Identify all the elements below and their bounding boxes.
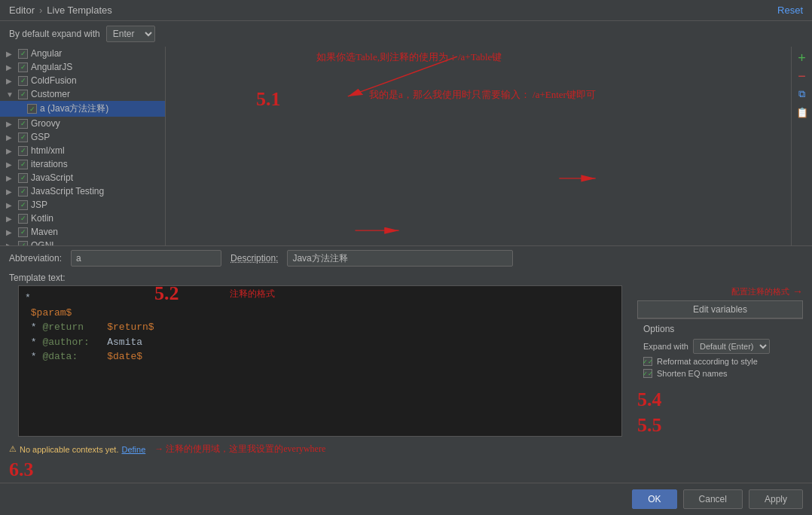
checkbox-javascript[interactable]: [18, 173, 28, 183]
label-customer: Customer: [31, 89, 70, 99]
annot-55-container: 5.5: [637, 414, 803, 437]
breadcrumb-current: Live Templates: [47, 5, 111, 16]
config-label: 配置注释的格式: [731, 286, 789, 297]
description-label: Description:: [230, 253, 278, 264]
template-text-label: Template text:: [0, 270, 812, 285]
arrow-maven: [6, 228, 15, 236]
label-kotlin: Kotlin: [31, 213, 53, 224]
tree-item-groovy[interactable]: Groovy: [0, 117, 165, 130]
no-context-row: ⚠ No applicable contexts yet. Define → 注…: [0, 440, 812, 459]
checkbox-gsp[interactable]: [18, 133, 28, 142]
checkbox-html-xml[interactable]: [18, 146, 28, 156]
label-customer-a: a (Java方法注释): [40, 102, 108, 115]
checkbox-maven[interactable]: [18, 227, 28, 237]
checkbox-customer[interactable]: [18, 90, 28, 99]
reformat-row: ✓ Reformat according to style: [643, 357, 797, 366]
param-var: $param$: [31, 307, 72, 318]
arrow-angular: [6, 50, 15, 58]
annotation-table-hint: 如果你选Table,则注释的使用为：/a+Table键: [316, 50, 502, 64]
arrow-coldfusion: [6, 77, 15, 85]
arrow-ognl: [6, 242, 15, 246]
annotation-define-arrow: → 注释的使用域，这里我设置的everywhere: [154, 443, 325, 456]
remove-button[interactable]: −: [794, 68, 810, 84]
checkbox-coldfusion[interactable]: [18, 76, 28, 86]
abbreviation-input[interactable]: [71, 250, 221, 267]
label-iterations: iterations: [31, 159, 68, 169]
options-title: Options: [643, 324, 797, 334]
tree-item-customer[interactable]: Customer: [0, 87, 165, 101]
breadcrumb: Editor › Live Templates: [9, 5, 112, 16]
paste-button[interactable]: 📋: [794, 104, 810, 120]
tree-item-javascript-testing[interactable]: JavaScript Testing: [0, 184, 165, 198]
expand-select[interactable]: Enter Tab Space: [106, 26, 155, 42]
expand-with-select[interactable]: Default (Enter) Tab Space: [693, 339, 770, 354]
tree-item-customer-a[interactable]: a (Java方法注释): [0, 101, 165, 117]
no-context-text: No applicable contexts yet.: [20, 445, 118, 454]
reformat-label: Reformat according to style: [657, 357, 758, 366]
label-ognl: OGNL: [31, 240, 56, 245]
breadcrumb-separator: ›: [39, 5, 42, 16]
define-link[interactable]: Define: [121, 445, 145, 454]
checkbox-ognl[interactable]: [18, 241, 28, 246]
template-editor[interactable]: * $param$ * @return $return$ * @author: …: [18, 285, 622, 437]
dialog: Editor › Live Templates Reset By default…: [0, 0, 812, 515]
add-button[interactable]: +: [794, 50, 810, 66]
label-html-xml: html/xml: [31, 145, 65, 156]
svg-line-1: [348, 56, 457, 96]
checkbox-javascript-testing[interactable]: [18, 187, 28, 197]
annot-54-container: 5.4: [637, 389, 803, 411]
copy-button[interactable]: ⧉: [794, 86, 810, 102]
template-line-4: * @author: Asmita: [25, 335, 615, 350]
expand-with-row: Expand with Default (Enter) Tab Space: [643, 339, 797, 354]
description-input[interactable]: [287, 250, 513, 267]
tree-item-jsp[interactable]: JSP: [0, 198, 165, 212]
author-at: @author:: [42, 337, 89, 348]
template-line-5: * @data: $date$: [25, 349, 615, 364]
label-maven: Maven: [31, 227, 58, 237]
reset-link[interactable]: Reset: [777, 5, 803, 16]
checkbox-jsp[interactable]: [18, 200, 28, 210]
tree-item-kotlin[interactable]: Kotlin: [0, 212, 165, 225]
label-javascript-testing: JavaScript Testing: [31, 186, 104, 197]
template-area: * $param$ * @return $return$ * @author: …: [9, 285, 803, 437]
shorten-eq-checkbox[interactable]: ✓: [643, 369, 652, 378]
checkbox-iterations[interactable]: [18, 160, 28, 169]
arrow-jsp: [6, 201, 15, 209]
annotation-enter-hint: 我的是a，那么我使用时只需要输入： /a+Enter键即可: [369, 88, 596, 102]
tree-item-angular[interactable]: Angular: [0, 47, 165, 60]
label-groovy: Groovy: [31, 118, 60, 129]
reformat-checkbox[interactable]: ✓: [643, 357, 652, 366]
tree-item-coldfusion[interactable]: ColdFusion: [0, 74, 165, 87]
label-angularjs: AngularJS: [31, 62, 72, 72]
arrow-angularjs: [6, 63, 15, 72]
tree-item-gsp[interactable]: GSP: [0, 130, 165, 144]
abbreviation-label: Abbreviation:: [9, 253, 62, 264]
template-line-1: *: [25, 291, 615, 306]
checkbox-angular[interactable]: [18, 49, 28, 59]
label-javascript: JavaScript: [31, 172, 73, 183]
label-angular: Angular: [31, 48, 62, 59]
checkbox-customer-a[interactable]: [27, 104, 37, 114]
options-section: Options Expand with Default (Enter) Tab …: [637, 318, 803, 385]
label-jsp: JSP: [31, 200, 47, 210]
edit-variables-button[interactable]: Edit variables: [637, 300, 803, 318]
cancel-button[interactable]: Cancel: [683, 489, 743, 509]
tree-item-angularjs[interactable]: AngularJS: [0, 60, 165, 74]
apply-button[interactable]: Apply: [749, 489, 803, 509]
arrow-html-xml: [6, 147, 15, 155]
annotation-55: 5.5: [637, 414, 662, 436]
checkbox-kotlin[interactable]: [18, 214, 28, 224]
annotation-54: 5.4: [637, 389, 662, 410]
arrow-javascript: [6, 174, 15, 182]
header: Editor › Live Templates Reset: [0, 0, 812, 21]
tree-item-javascript[interactable]: JavaScript: [0, 171, 165, 184]
tree-item-html-xml[interactable]: html/xml: [0, 144, 165, 157]
ok-button[interactable]: OK: [632, 489, 676, 509]
checkbox-groovy[interactable]: [18, 119, 28, 129]
tree-item-ognl[interactable]: OGNL: [0, 239, 165, 245]
tree-item-maven[interactable]: Maven: [0, 225, 165, 239]
data-at: @data:: [42, 351, 78, 362]
checkbox-angularjs[interactable]: [18, 62, 28, 72]
tree-item-iterations[interactable]: iterations: [0, 157, 165, 171]
config-row: 配置注释的格式 →: [637, 285, 803, 297]
